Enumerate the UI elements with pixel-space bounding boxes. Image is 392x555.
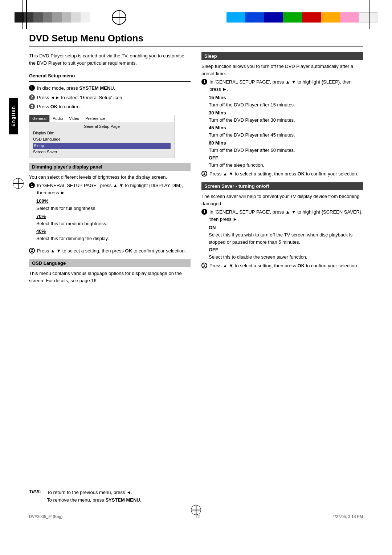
- bar-seg-2: [24, 12, 33, 23]
- color-seg-6: [321, 12, 340, 23]
- page-title: DVD Setup Menu Options: [29, 33, 363, 44]
- right-column: Sleep Sleep function allows you to turn …: [201, 52, 363, 289]
- dimming-100-text: Select this for full brightness.: [36, 205, 191, 212]
- tips-line1: To return to the previous menu, press ◄.: [47, 489, 141, 497]
- step3-circle: 3: [29, 104, 35, 109]
- sleep-step1-text: In 'GENERAL SETUP PAGE', press ▲ ▼ to hi…: [209, 78, 363, 93]
- sleep-60-label: 60 Mins: [209, 140, 363, 146]
- two-col-layout: This DVD Player setup is carried out via…: [29, 52, 363, 289]
- sleep-60-text: Turn off the DVD Player after 60 minutes…: [209, 147, 363, 154]
- left-crosshair: [13, 178, 24, 189]
- tips-label: TIPS:: [29, 489, 41, 504]
- bar-seg-3: [33, 12, 43, 23]
- step1-circle: 1: [29, 85, 35, 91]
- sleep-15-text: Turn off the DVD Player after 15 minutes…: [209, 101, 363, 109]
- screen-saver-step1-text: In 'GENERAL SETUP PAGE', press ▲ ▼ to hi…: [209, 208, 363, 223]
- screen-saver-off-text: Select this to disable the screen saver …: [209, 254, 363, 261]
- sleep-step1-circle: 1: [201, 79, 207, 85]
- vline-left: [22, 0, 23, 29]
- color-seg-8: [359, 12, 377, 23]
- tab-preference: Preference: [82, 115, 108, 122]
- sleep-15-label: 15 Mins: [209, 95, 363, 100]
- menu-page-line: -- General Setup Page --: [33, 124, 171, 129]
- screen-saver-off-label: OFF: [209, 247, 363, 252]
- top-color-bar: [0, 11, 392, 24]
- tips-line2: To remove the menu, press SYSTEM MENU.: [47, 497, 141, 504]
- menu-table-body: -- General Setup Page -- Display Dim OSD…: [29, 122, 174, 158]
- color-seg-7: [340, 12, 359, 23]
- dimming-100-label: 100%: [36, 198, 191, 204]
- sleep-off-label: OFF: [209, 155, 363, 161]
- osd-title: OSD Language: [29, 259, 191, 267]
- title-divider: [29, 46, 363, 46]
- sleep-step2: 2 Press ▲ ▼ to select a setting, then pr…: [201, 170, 363, 178]
- footer-right: 4/27/05, 3:18 PM: [332, 514, 363, 519]
- step2-item: 2 Press ◄► to select 'General Setup' ico…: [29, 94, 191, 101]
- dimming-title: Dimming player's display panel: [29, 163, 191, 171]
- menu-table: General Audio Video Preference -- Genera…: [29, 115, 175, 158]
- bar-seg-8: [81, 12, 90, 23]
- step1-text: In disc mode, press SYSTEM MENU.: [37, 85, 115, 92]
- dimming-step2: 2 Press ▲ ▼ to select a setting, then pr…: [29, 247, 191, 255]
- dimming-intro: You can select different levels of brigh…: [29, 174, 191, 181]
- screen-saver-title: Screen Saver - turning on/off: [201, 182, 363, 190]
- dimming-70-text: Select this for medium brightness.: [36, 220, 191, 227]
- bottom-crosshair: [191, 505, 201, 515]
- tips-box: TIPS: To return to the previous menu, pr…: [29, 489, 363, 504]
- center-crosshair: [112, 10, 126, 25]
- sleep-30-text: Turn off the DVD Player after 30 minutes…: [209, 117, 363, 124]
- color-seg-2: [245, 12, 264, 23]
- osd-text: This menu contains various language opti…: [29, 270, 191, 284]
- screen-saver-intro: The screen saver will help to prevent yo…: [201, 193, 363, 207]
- color-seg-5: [302, 12, 321, 23]
- menu-item-sleep: Sleep: [33, 143, 171, 149]
- footer-left: DVP3005_94(Eng): [29, 514, 62, 519]
- osd-section: OSD Language This menu contains various …: [29, 259, 191, 284]
- tab-video: Video: [66, 115, 82, 122]
- dimming-40-text: Select this for dimming the display.: [36, 235, 191, 242]
- color-seg-1: [226, 12, 245, 23]
- dimming-100-section: 100% Select this for full brightness. 70…: [36, 198, 191, 242]
- sleep-section: Sleep Sleep function allows you to turn …: [201, 52, 363, 177]
- tips-text: To return to the previous menu, press ◄.…: [47, 489, 141, 504]
- sleep-step2-text: Press ▲ ▼ to select a setting, then pres…: [209, 170, 358, 178]
- menu-table-header: General Audio Video Preference: [29, 115, 174, 122]
- step2-text: Press ◄► to select 'General Setup' icon.: [37, 94, 123, 101]
- bar-seg-4: [43, 12, 52, 23]
- sleep-step2-circle: 2: [201, 171, 207, 177]
- screen-saver-options: ON Select this if you wish to turn off t…: [209, 225, 363, 261]
- intro-text: This DVD Player setup is carried out via…: [29, 52, 191, 66]
- main-content: English DVD Setup Menu Options This DVD …: [29, 33, 363, 526]
- bar-seg-5: [52, 12, 62, 23]
- sleep-45-text: Turn off the DVD Player after 45 minutes…: [209, 131, 363, 139]
- dimming-step1-circle: 1: [29, 182, 35, 188]
- dimming-step1: 1 In 'GENERAL SETUP PAGE', press ▲ ▼ to …: [29, 182, 191, 196]
- step3-text: Press OK to confirm.: [37, 103, 81, 110]
- general-setup-section: General Setup menu 1 In disc mode, press…: [29, 73, 191, 158]
- screen-saver-on-label: ON: [209, 225, 363, 230]
- sleep-off-text: Turn off the sleep function.: [209, 162, 363, 169]
- menu-item-osd-language: OSD Language: [33, 136, 171, 143]
- screen-saver-section: Screen Saver - turning on/off The screen…: [201, 182, 363, 269]
- vline-left2: [26, 0, 27, 29]
- screen-saver-step2-text: Press ▲ ▼ to select a setting, then pres…: [209, 262, 358, 270]
- bar-seg-7: [71, 12, 81, 23]
- tab-general: General: [29, 115, 50, 122]
- screen-saver-step2: 2 Press ▲ ▼ to select a setting, then pr…: [201, 262, 363, 270]
- sleep-45-label: 45 Mins: [209, 125, 363, 130]
- step1-item: 1 In disc mode, press SYSTEM MENU.: [29, 85, 191, 92]
- tab-audio: Audio: [50, 115, 66, 122]
- color-seg-3: [264, 12, 283, 23]
- menu-item-display-dim: Display Dim: [33, 130, 171, 137]
- screen-saver-step1: 1 In 'GENERAL SETUP PAGE', press ▲ ▼ to …: [201, 208, 363, 223]
- screen-saver-on-text: Select this if you wish to turn off the …: [209, 231, 363, 246]
- dimming-step2-text: Press ▲ ▼ to select a setting, then pres…: [37, 247, 186, 255]
- dimming-step1-text: In 'GENERAL SETUP PAGE', press ▲ ▼ to hi…: [37, 182, 191, 196]
- dimming-70-label: 70%: [36, 214, 191, 219]
- section-hr: [29, 81, 191, 82]
- color-seg-4: [283, 12, 302, 23]
- sleep-title: Sleep: [201, 52, 363, 60]
- dimming-step2-circle: 2: [29, 248, 35, 254]
- step2-circle: 2: [29, 94, 35, 100]
- sleep-options: 15 Mins Turn off the DVD Player after 15…: [209, 95, 363, 169]
